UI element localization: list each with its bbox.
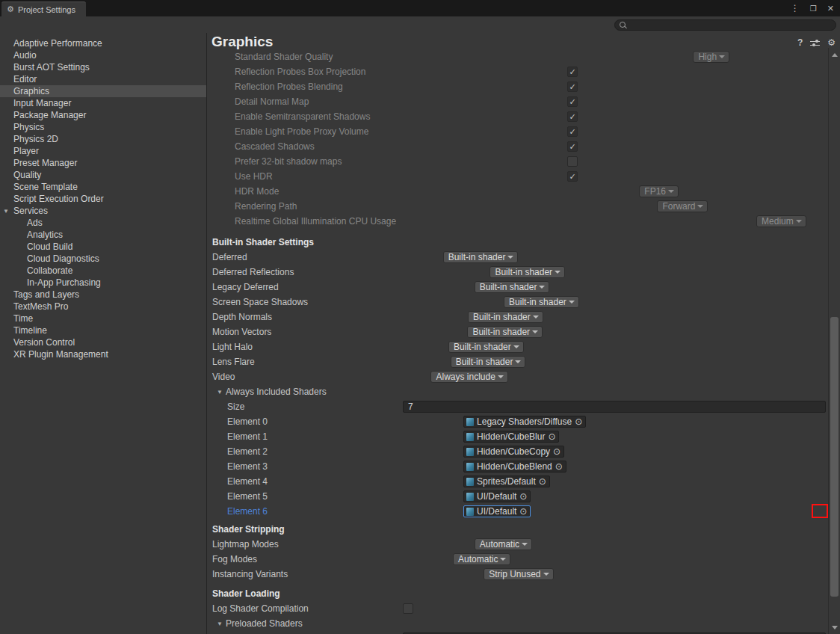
- object-picker-icon[interactable]: ⊙: [517, 506, 529, 517]
- sidebar-item-timeline[interactable]: Timeline: [0, 324, 206, 336]
- page-title: Graphics: [211, 34, 273, 50]
- sidebar-item-audio[interactable]: Audio: [0, 49, 206, 61]
- sidebar-item-burst-aot-settings[interactable]: Burst AOT Settings: [0, 61, 206, 73]
- dropdown-value: Always include: [436, 372, 495, 382]
- standard-shader-quality-dropdown[interactable]: High: [693, 51, 729, 63]
- lightmap-modes-dropdown[interactable]: Automatic: [475, 538, 532, 550]
- sidebar-item-cloud-diagnostics[interactable]: Cloud Diagnostics: [0, 253, 206, 265]
- window-maximize-icon[interactable]: ❐: [810, 4, 817, 13]
- fog-modes-dropdown[interactable]: Automatic: [453, 553, 510, 565]
- row-preloaded-size: Size: [207, 631, 840, 634]
- sidebar-item-player[interactable]: Player: [0, 145, 206, 157]
- row-hdr-mode: HDR Mode FP16: [207, 184, 840, 199]
- sidebar-item-label: Adaptive Performance: [13, 38, 102, 49]
- sidebar-item-scene-template[interactable]: Scene Template: [0, 181, 206, 193]
- tab-project-settings[interactable]: ⚙ Project Settings: [1, 1, 86, 16]
- sidebar-item-time[interactable]: Time: [0, 313, 206, 324]
- sidebar-item-collaborate[interactable]: Collaborate: [0, 265, 206, 277]
- deferred-dropdown[interactable]: Built-in shader: [443, 251, 519, 263]
- help-icon[interactable]: ?: [797, 38, 803, 47]
- prefer-32-bit-shadow-maps-checkbox[interactable]: [567, 156, 578, 167]
- reflection-probes-box-projection-checkbox[interactable]: ✓: [567, 67, 578, 77]
- rendering-path-dropdown[interactable]: Forward: [657, 200, 708, 212]
- search-box[interactable]: [614, 19, 836, 31]
- row-element-0: Element 0 Legacy Shaders/Diffuse⊙: [207, 414, 840, 429]
- object-picker-icon[interactable]: ⊙: [572, 416, 584, 427]
- sidebar-item-quality[interactable]: Quality: [0, 169, 206, 181]
- sidebar-item-analytics[interactable]: Analytics: [0, 229, 206, 241]
- legacy-deferred-dropdown[interactable]: Built-in shader: [475, 281, 550, 293]
- check-icon: ✓: [569, 128, 575, 136]
- log-shader-compilation-checkbox[interactable]: [403, 603, 413, 614]
- enable-light-probe-proxy-volume-checkbox[interactable]: ✓: [567, 126, 578, 137]
- sidebar-item-services[interactable]: ▼Services: [0, 205, 206, 217]
- sidebar-item-physics-2d[interactable]: Physics 2D: [0, 133, 206, 145]
- element-0-object-field[interactable]: Legacy Shaders/Diffuse⊙: [463, 416, 586, 428]
- element-4-object-field[interactable]: Sprites/Default⊙: [463, 476, 550, 487]
- object-picker-icon[interactable]: ⊙: [537, 476, 549, 487]
- dropdown-value: Built-in shader: [448, 252, 506, 262]
- deferred-reflections-dropdown[interactable]: Built-in shader: [490, 266, 565, 278]
- window-close-icon[interactable]: ✕: [827, 4, 834, 13]
- sidebar-item-package-manager[interactable]: Package Manager: [0, 109, 206, 121]
- row-log-shader-compilation: Log Shader Compilation: [207, 601, 840, 616]
- sidebar-item-version-control[interactable]: Version Control: [0, 336, 206, 348]
- sidebar-item-script-execution-order[interactable]: Script Execution Order: [0, 193, 206, 205]
- gear-icon[interactable]: ⚙: [827, 38, 836, 47]
- depth-normals-dropdown[interactable]: Built-in shader: [468, 311, 543, 323]
- sidebar-item-preset-manager[interactable]: Preset Manager: [0, 157, 206, 169]
- chevron-down-icon: [507, 256, 513, 259]
- vertical-scrollbar[interactable]: [828, 48, 840, 634]
- sidebar-item-editor[interactable]: Editor: [0, 73, 206, 85]
- realtime-gi-cpu-usage-dropdown[interactable]: Medium: [756, 215, 806, 227]
- scroll-up-arrow-icon[interactable]: [829, 50, 840, 59]
- screen-space-shadows-dropdown[interactable]: Built-in shader: [504, 296, 579, 308]
- object-picker-icon[interactable]: ⊙: [546, 431, 558, 442]
- enable-semitransparent-shadows-checkbox[interactable]: ✓: [567, 111, 578, 122]
- sidebar-item-ads[interactable]: Ads: [0, 217, 206, 229]
- use-hdr-checkbox[interactable]: ✓: [567, 171, 578, 182]
- setting-label: Rendering Path: [207, 201, 297, 212]
- object-picker-icon[interactable]: ⊙: [517, 491, 529, 502]
- sidebar-item-physics[interactable]: Physics: [0, 121, 206, 133]
- preloaded-shaders-foldout[interactable]: ▼ Preloaded Shaders: [207, 616, 840, 631]
- object-picker-icon[interactable]: ⊙: [553, 461, 565, 472]
- light-halo-dropdown[interactable]: Built-in shader: [448, 341, 524, 353]
- window-menu-icon[interactable]: ⋮: [791, 3, 800, 13]
- sidebar-item-label: Services: [13, 206, 48, 216]
- element-6-object-field[interactable]: UI/Default⊙: [463, 505, 531, 517]
- sidebar-item-cloud-build[interactable]: Cloud Build: [0, 241, 206, 253]
- sidebar-item-in-app-purchasing[interactable]: In-App Purchasing: [0, 277, 206, 289]
- element-5-object-field[interactable]: UI/Default⊙: [463, 490, 531, 502]
- element-3-object-field[interactable]: Hidden/CubeBlend⊙: [463, 461, 566, 473]
- detail-normal-map-checkbox[interactable]: ✓: [567, 96, 578, 107]
- sidebar-item-adaptive-performance[interactable]: Adaptive Performance: [0, 37, 206, 49]
- setting-label: Depth Normals: [207, 312, 272, 322]
- presets-icon[interactable]: [810, 38, 820, 47]
- shader-loading-header: Shader Loading: [207, 586, 840, 601]
- foldout-triangle-icon[interactable]: ▼: [3, 206, 9, 218]
- cascaded-shadows-checkbox[interactable]: ✓: [567, 141, 578, 152]
- instancing-variants-dropdown[interactable]: Strip Unused: [484, 568, 553, 580]
- sidebar-item-textmesh-pro[interactable]: TextMesh Pro: [0, 301, 206, 313]
- shader-asset-icon: [466, 478, 474, 486]
- sidebar-item-graphics[interactable]: Graphics: [0, 85, 206, 97]
- video-dropdown[interactable]: Always include: [430, 371, 507, 383]
- size-field[interactable]: 7: [403, 401, 826, 413]
- object-picker-icon[interactable]: ⊙: [551, 446, 563, 457]
- sidebar-item-input-manager[interactable]: Input Manager: [0, 97, 206, 109]
- motion-vectors-dropdown[interactable]: Built-in shader: [467, 326, 543, 338]
- scroll-down-arrow-icon[interactable]: [829, 623, 840, 632]
- element-1-object-field[interactable]: Hidden/CubeBlur⊙: [463, 431, 559, 443]
- always-included-shaders-foldout[interactable]: ▼ Always Included Shaders: [207, 384, 840, 399]
- foldout-label: Always Included Shaders: [226, 387, 327, 397]
- search-input[interactable]: [630, 21, 831, 30]
- scrollbar-thumb[interactable]: [830, 317, 839, 597]
- sidebar-item-xr-plugin-management[interactable]: XR Plugin Management: [0, 348, 206, 360]
- sidebar-item-tags-and-layers[interactable]: Tags and Layers: [0, 289, 206, 301]
- lens-flare-dropdown[interactable]: Built-in shader: [451, 356, 526, 368]
- sidebar-item-label: Cloud Build: [27, 241, 72, 252]
- hdr-mode-dropdown[interactable]: FP16: [639, 185, 679, 197]
- reflection-probes-blending-checkbox[interactable]: ✓: [567, 81, 578, 92]
- element-2-object-field[interactable]: Hidden/CubeCopy⊙: [463, 446, 564, 458]
